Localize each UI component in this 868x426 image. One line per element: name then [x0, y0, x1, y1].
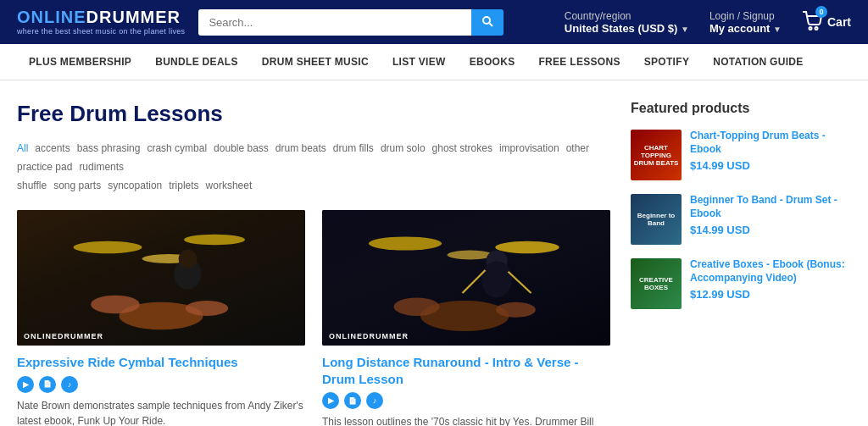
- product-image-2: Beginner to Band: [631, 194, 682, 245]
- play-icon-2[interactable]: ▶: [322, 392, 339, 409]
- nav-spotify[interactable]: SPOTIFY: [632, 44, 701, 80]
- svg-point-12: [369, 236, 442, 250]
- product-thumb-2: Beginner to Band: [631, 194, 682, 245]
- lessons-grid: ONLINEDRUMMER Expressive Ride Cymbal Tec…: [17, 210, 610, 426]
- cart[interactable]: 0 Cart: [802, 11, 851, 34]
- product-item-3[interactable]: CREATIVE BOXES Creative Boxes - Ebook (B…: [631, 258, 851, 309]
- cart-icon-wrap: 0: [802, 11, 822, 34]
- logo-text: ONLINEDRUMMER: [17, 8, 185, 25]
- filter-rudiments[interactable]: rudiments: [79, 159, 124, 174]
- nav-drum-sheet-music[interactable]: DRUM SHEET MUSIC: [250, 44, 381, 80]
- page-title: Free Drum Lessons: [17, 101, 610, 127]
- filter-triplets[interactable]: triplets: [169, 178, 198, 193]
- product-price-1: $14.99 USD: [690, 159, 851, 172]
- cart-badge: 0: [815, 6, 827, 18]
- featured-title: Featured products: [631, 101, 851, 116]
- product-name-3[interactable]: Creative Boxes - Ebook (Bonus: Accompany…: [690, 258, 851, 285]
- music-icon-1[interactable]: ♪: [61, 376, 78, 393]
- svg-point-2: [809, 27, 811, 30]
- doc-icon-1[interactable]: 📄: [39, 376, 56, 393]
- lesson-title-1: Expressive Ride Cymbal Techniques: [17, 354, 305, 371]
- filter-other[interactable]: other: [566, 141, 589, 156]
- svg-point-9: [186, 301, 228, 316]
- product-info-1: Chart-Topping Drum Beats - Ebook $14.99 …: [690, 130, 851, 172]
- music-icon-2[interactable]: ♪: [366, 392, 383, 409]
- product-info-3: Creative Boxes - Ebook (Bonus: Accompany…: [690, 258, 851, 301]
- filter-worksheet[interactable]: worksheet: [206, 178, 253, 193]
- lesson-card-1[interactable]: ONLINEDRUMMER Expressive Ride Cymbal Tec…: [17, 210, 305, 426]
- content-area: Free Drum Lessons All accents bass phras…: [17, 101, 610, 426]
- main-nav: PLUS MEMBERSHIP BUNDLE DEALS DRUM SHEET …: [0, 44, 868, 80]
- product-price-2: $14.99 USD: [690, 224, 851, 236]
- cart-label: Cart: [827, 15, 851, 29]
- thumb-label-2: ONLINEDRUMMER: [329, 332, 409, 340]
- product-info-2: Beginner To Band - Drum Set - Ebook $14.…: [690, 194, 851, 236]
- nav-ebooks[interactable]: EBOOKS: [458, 44, 527, 80]
- filter-crash-cymbal[interactable]: crash cymbal: [147, 141, 207, 156]
- doc-icon-2[interactable]: 📄: [344, 392, 361, 409]
- nav-bundle-deals[interactable]: BUNDLE DEALS: [143, 44, 250, 80]
- product-price-3: $12.99 USD: [690, 288, 851, 301]
- svg-point-5: [184, 235, 245, 246]
- lesson-icons-1: ▶ 📄 ♪: [17, 376, 305, 393]
- play-icon-1[interactable]: ▶: [17, 376, 34, 393]
- filter-improvisation[interactable]: improvisation: [499, 141, 559, 156]
- logo-online: ONLINE: [17, 8, 86, 26]
- lesson-icons-2: ▶ 📄 ♪: [322, 392, 610, 409]
- account-menu[interactable]: Login / Signup My account ▼: [709, 10, 782, 35]
- search-button[interactable]: [471, 9, 504, 36]
- header-right: Country/region United States (USD $) ▼ L…: [565, 10, 851, 35]
- lesson-desc-2: This lesson outlines the '70s classic hi…: [322, 414, 610, 426]
- filter-drum-beats[interactable]: drum beats: [275, 141, 326, 156]
- drum-visual-1: [31, 217, 291, 339]
- logo[interactable]: ONLINEDRUMMER where the best sheet music…: [17, 8, 185, 36]
- sidebar: Featured products CHART TOPPING DRUM BEA…: [631, 101, 851, 426]
- svg-point-0: [483, 17, 490, 24]
- product-item-2[interactable]: Beginner to Band Beginner To Band - Drum…: [631, 194, 851, 245]
- search-bar: [198, 9, 504, 36]
- product-item-1[interactable]: CHART TOPPING DRUM BEATS Chart-Topping D…: [631, 130, 851, 180]
- svg-point-19: [481, 261, 512, 297]
- product-name-2[interactable]: Beginner To Band - Drum Set - Ebook: [690, 194, 851, 220]
- header: ONLINEDRUMMER where the best sheet music…: [0, 0, 868, 44]
- country-value: United States (USD $) ▼: [565, 22, 689, 35]
- lesson-thumb-1: ONLINEDRUMMER: [17, 210, 305, 346]
- product-image-1: CHART TOPPING DRUM BEATS: [631, 130, 682, 180]
- lesson-title-2: Long Distance Runaround - Intro & Verse …: [322, 354, 610, 387]
- search-input[interactable]: [198, 9, 471, 36]
- svg-point-17: [496, 302, 536, 318]
- logo-drummer: DRUMMER: [86, 8, 181, 26]
- search-icon: [481, 15, 493, 27]
- thumb-label-1: ONLINEDRUMMER: [24, 332, 103, 340]
- product-thumb-3: CREATIVE BOXES: [631, 258, 682, 309]
- filter-drum-solo[interactable]: drum solo: [381, 141, 426, 156]
- svg-point-16: [394, 297, 440, 316]
- filter-syncopation[interactable]: syncopation: [108, 178, 162, 193]
- product-image-3: CREATIVE BOXES: [631, 258, 682, 309]
- filter-all[interactable]: All: [17, 141, 28, 156]
- filter-double-bass[interactable]: double bass: [214, 141, 269, 156]
- filter-drum-fills[interactable]: drum fills: [333, 141, 374, 156]
- nav-free-lessons[interactable]: FREE LESSONS: [526, 44, 632, 80]
- nav-list-view[interactable]: LIST VIEW: [381, 44, 458, 80]
- nav-plus-membership[interactable]: PLUS MEMBERSHIP: [17, 44, 143, 80]
- filter-practice-pad[interactable]: practice pad: [17, 159, 72, 174]
- svg-point-13: [495, 241, 559, 253]
- filter-shuffle[interactable]: shuffle: [17, 178, 47, 193]
- lesson-desc-1: Nate Brown demonstrates sample technique…: [17, 398, 305, 427]
- filter-bass-phrasing[interactable]: bass phrasing: [77, 141, 141, 156]
- lesson-card-2[interactable]: ONLINEDRUMMER Long Distance Runaround - …: [322, 210, 610, 426]
- product-thumb-1: CHART TOPPING DRUM BEATS: [631, 130, 682, 180]
- filter-accents[interactable]: accents: [35, 141, 70, 156]
- country-selector[interactable]: Country/region United States (USD $) ▼: [565, 10, 689, 35]
- nav-notation-guide[interactable]: NOTATION GUIDE: [701, 44, 815, 80]
- filter-tags: All accents bass phrasing crash cymbal d…: [17, 141, 610, 193]
- svg-point-11: [179, 250, 198, 268]
- filter-song-parts[interactable]: song parts: [53, 178, 101, 193]
- svg-point-8: [91, 296, 140, 314]
- filter-ghost-strokes[interactable]: ghost strokes: [432, 141, 492, 156]
- main-content: Free Drum Lessons All accents bass phras…: [0, 80, 868, 426]
- product-name-1[interactable]: Chart-Topping Drum Beats - Ebook: [690, 130, 851, 156]
- svg-point-14: [448, 251, 493, 260]
- svg-point-3: [815, 27, 817, 30]
